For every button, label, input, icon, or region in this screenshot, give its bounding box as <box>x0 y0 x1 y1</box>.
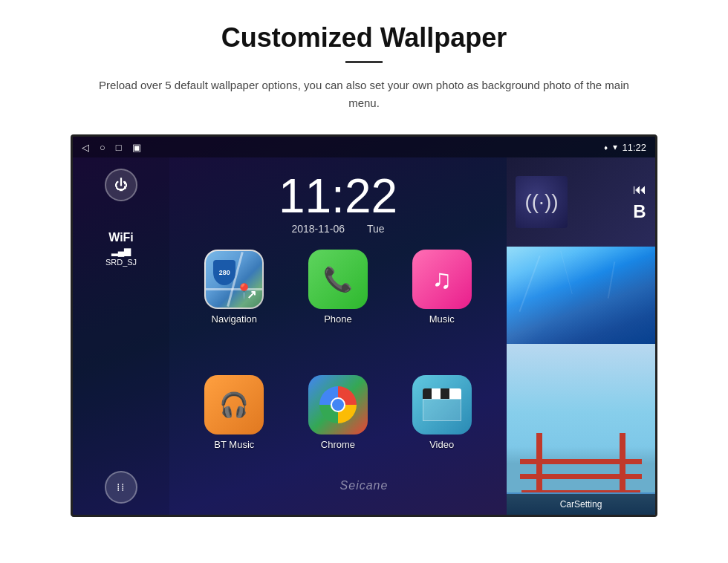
right-panel: ((·)) ⏮ B <box>507 157 655 515</box>
left-sidebar: ⏻ WiFi ▂▄▆ SRD_SJ ⁞⁞ <box>73 157 169 515</box>
wallpaper-thumb-ice[interactable] <box>507 247 655 344</box>
wifi-ssid: SRD_SJ <box>105 258 137 267</box>
chrome-circle <box>319 386 357 423</box>
bridge-tower-right <box>620 433 625 492</box>
wallpaper-thumb-bridge[interactable] <box>507 344 655 515</box>
ice-overlay <box>507 247 655 344</box>
status-time: 11:22 <box>622 142 646 153</box>
clap-stripe-2 <box>432 388 441 399</box>
clock-date-value: 2018-11-06 <box>291 223 345 235</box>
back-icon[interactable]: ◁ <box>82 142 89 153</box>
status-bar-left: ◁ ○ □ ▣ <box>82 142 141 153</box>
main-content: ⏻ WiFi ▂▄▆ SRD_SJ ⁞⁞ 11:22 <box>73 157 655 515</box>
android-screen: ◁ ○ □ ▣ ⬧ ▾ 11:22 ⏻ WiFi <box>71 134 657 517</box>
sidebar-top: ⏻ WiFi ▂▄▆ SRD_SJ <box>105 169 137 267</box>
page-container: Customized Wallpaper Preload over 5 defa… <box>0 0 728 532</box>
app-bt-music[interactable]: 🎧 BT Music <box>184 375 285 497</box>
app-navigation[interactable]: 280 📍 ↗ Navigation <box>184 250 285 371</box>
phone-icon-glyph: 📞 <box>323 265 353 293</box>
video-app-icon <box>412 375 472 435</box>
media-prev-icon[interactable]: ⏮ <box>633 182 646 198</box>
music-app-icon: ♫ <box>412 250 472 309</box>
watermark: Seicane <box>340 479 389 492</box>
phone-app-icon: 📞 <box>308 250 368 309</box>
carsetting-label: CarSetting <box>560 499 602 510</box>
carsetting-bar[interactable]: CarSetting <box>507 494 655 515</box>
shield-number: 280 <box>219 269 230 276</box>
wifi-info: WiFi ▂▄▆ SRD_SJ <box>105 231 137 267</box>
chrome-app-label: Chrome <box>321 439 355 450</box>
app-phone[interactable]: 📞 Phone <box>288 250 389 371</box>
media-artwork: ((·)) <box>516 176 568 228</box>
app-chrome[interactable]: Chrome <box>288 375 389 497</box>
wifi-bars: ▂▄▆ <box>105 246 137 256</box>
media-wifi-icon: ((·)) <box>524 190 558 214</box>
music-app-label: Music <box>429 313 455 325</box>
app-grid: 280 📍 ↗ Navigation <box>169 238 507 507</box>
clap-stripe-4 <box>449 388 458 399</box>
chrome-app-icon <box>308 375 368 435</box>
bluetooth-icon: 🎧 <box>219 391 249 419</box>
watermark-text: Seicane <box>340 479 389 492</box>
music-note-icon: ♫ <box>432 264 452 295</box>
clock-day-value: Tue <box>367 223 385 235</box>
clock-section: 11:22 2018-11-06 Tue <box>169 165 507 238</box>
page-description: Preload over 5 default wallpaper options… <box>85 77 643 112</box>
video-clap <box>423 388 461 421</box>
title-divider <box>345 61 383 63</box>
app-video[interactable]: Video <box>391 375 492 497</box>
status-bar-right: ⬧ ▾ 11:22 <box>603 142 646 153</box>
apps-grid-icon: ⁞⁞ <box>117 481 126 493</box>
video-app-label: Video <box>429 439 454 450</box>
bt-app-label: BT Music <box>214 439 254 450</box>
clap-stripe-3 <box>441 388 449 399</box>
video-clap-body <box>423 399 461 421</box>
map-container: 280 📍 ↗ <box>206 251 262 307</box>
ice-wall-bg <box>507 247 655 344</box>
phone-app-label: Phone <box>324 313 352 325</box>
location-icon: ⬧ <box>603 142 608 152</box>
recents-icon[interactable]: □ <box>116 142 122 153</box>
bridge-tower-left <box>536 433 542 492</box>
bt-app-icon: 🎧 <box>204 375 264 435</box>
nav-arrow: ↗ <box>247 287 256 302</box>
power-button[interactable]: ⏻ <box>105 169 137 201</box>
apps-grid-button[interactable]: ⁞⁞ <box>105 471 137 504</box>
clock-time: 11:22 <box>169 172 507 220</box>
media-widget: ((·)) ⏮ B <box>507 157 655 247</box>
nav-app-icon: 280 📍 ↗ <box>204 250 264 309</box>
wifi-label: WiFi <box>105 231 137 244</box>
center-area: 11:22 2018-11-06 Tue <box>169 157 507 515</box>
screenshot-icon[interactable]: ▣ <box>132 142 141 153</box>
media-letter-b: B <box>633 201 646 222</box>
chrome-inner <box>331 397 345 412</box>
home-icon[interactable]: ○ <box>100 142 105 153</box>
nav-app-label: Navigation <box>212 313 257 325</box>
bridge-sky-bg <box>507 344 655 515</box>
nav-shield: 280 <box>213 260 235 285</box>
page-title: Customized Wallpaper <box>45 22 683 53</box>
power-icon: ⏻ <box>114 178 128 193</box>
status-bar: ◁ ○ □ ▣ ⬧ ▾ 11:22 <box>73 137 655 157</box>
wifi-signal-icon: ▾ <box>613 142 617 152</box>
clock-date: 2018-11-06 Tue <box>169 223 507 235</box>
video-clap-top <box>423 388 461 399</box>
clap-stripe-1 <box>423 388 432 399</box>
media-controls: ⏮ B <box>633 182 646 222</box>
app-music[interactable]: ♫ Music <box>391 250 492 371</box>
